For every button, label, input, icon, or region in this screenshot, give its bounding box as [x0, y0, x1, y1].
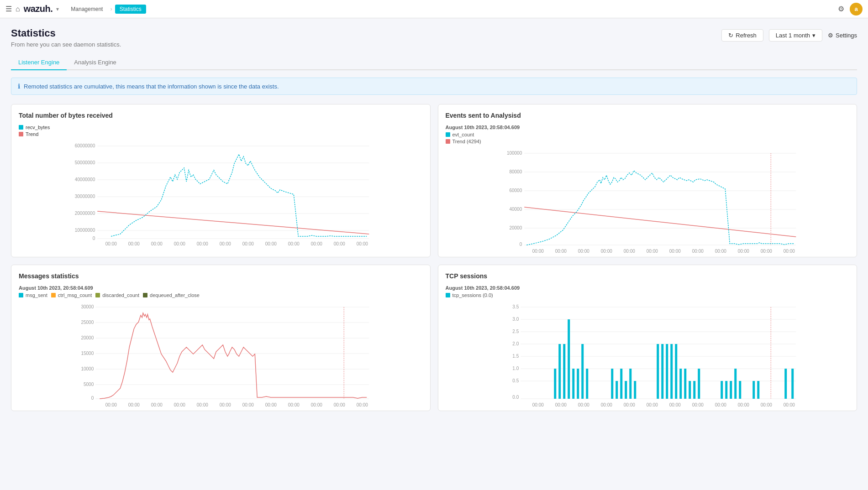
svg-text:00:00: 00:00 [220, 241, 231, 246]
chart-events-title: Events sent to Analysisd [446, 112, 850, 119]
svg-text:00:00: 00:00 [334, 241, 345, 246]
topbar-right: ⚙ a [838, 3, 863, 16]
svg-rect-107 [620, 369, 622, 399]
svg-text:00:00: 00:00 [265, 402, 277, 407]
svg-rect-102 [577, 369, 579, 399]
svg-rect-97 [554, 369, 556, 399]
svg-text:00:00: 00:00 [532, 249, 543, 254]
svg-rect-119 [693, 381, 695, 399]
legend-evt-count: evt_count [446, 132, 850, 137]
svg-text:00:00: 00:00 [623, 402, 635, 407]
svg-rect-112 [661, 344, 663, 399]
svg-text:40000: 40000 [509, 207, 522, 212]
user-avatar[interactable]: a [850, 3, 863, 16]
legend-trend-events: Trend (4294) [446, 139, 850, 144]
tabs: Listener Engine Analysis Engine [11, 55, 857, 70]
svg-text:00:00: 00:00 [578, 249, 589, 254]
legend-recv-bytes: recv_bytes [19, 125, 423, 130]
svg-rect-127 [757, 381, 759, 399]
svg-rect-129 [791, 369, 794, 399]
settings-gear-icon: ⚙ [828, 32, 833, 39]
chart-tcp-sessions: TCP sessions August 10th 2023, 20:58:04.… [438, 265, 857, 411]
svg-text:15000: 15000 [81, 351, 94, 356]
svg-text:00:00: 00:00 [646, 249, 658, 254]
chevron-down-icon: ▾ [812, 32, 815, 39]
breadcrumb: Management › Statistics [66, 5, 146, 14]
svg-text:00:00: 00:00 [128, 241, 140, 246]
legend-dequeued: dequeued_after_close [143, 292, 200, 298]
tab-analysis-engine[interactable]: Analysis Engine [67, 55, 124, 70]
svg-text:00:00: 00:00 [715, 249, 726, 254]
home-icon[interactable]: ⌂ [16, 5, 20, 13]
svg-rect-109 [629, 369, 631, 399]
svg-text:00:00: 00:00 [646, 402, 658, 407]
svg-rect-101 [572, 369, 574, 399]
svg-text:0: 0 [91, 396, 94, 401]
svg-rect-105 [611, 369, 613, 399]
breadcrumb-management[interactable]: Management [66, 5, 107, 14]
page-subtitle: From here you can see daemon statistics. [11, 41, 121, 48]
svg-rect-116 [679, 369, 682, 399]
svg-text:00:00: 00:00 [197, 402, 208, 407]
legend-red-dot [19, 132, 23, 136]
svg-text:0.0: 0.0 [512, 395, 519, 400]
menu-icon[interactable]: ☰ [5, 5, 12, 13]
svg-text:25000: 25000 [81, 320, 94, 325]
info-banner: ℹ Remoted statistics are cumulative, thi… [11, 78, 857, 95]
svg-text:0: 0 [93, 236, 95, 241]
charts-grid: Total number of bytes received recv_byte… [11, 104, 857, 411]
svg-text:2.0: 2.0 [512, 341, 519, 346]
refresh-icon: ↻ [728, 32, 733, 39]
svg-text:60000000: 60000000 [75, 143, 95, 148]
chart-bytes-received: Total number of bytes received recv_byte… [11, 104, 431, 257]
svg-text:00:00: 00:00 [288, 241, 300, 246]
svg-rect-108 [625, 381, 627, 399]
chart-bytes-svg: 60000000 50000000 40000000 30000000 2000… [19, 141, 423, 241]
svg-text:100000: 100000 [506, 151, 522, 156]
chart-messages-stats: Messages statistics August 10th 2023, 20… [11, 265, 431, 411]
svg-rect-111 [657, 344, 659, 399]
svg-text:00:00: 00:00 [242, 241, 254, 246]
svg-text:50000000: 50000000 [75, 160, 95, 165]
page-title: Statistics [11, 27, 121, 39]
svg-rect-115 [675, 344, 677, 399]
chart-events-legend: evt_count Trend (4294) [446, 132, 850, 144]
breadcrumb-statistics[interactable]: Statistics [115, 5, 146, 14]
svg-text:00:00: 00:00 [357, 241, 368, 246]
chart-bytes-title: Total number of bytes received [19, 112, 423, 119]
svg-rect-117 [684, 369, 686, 399]
svg-rect-120 [698, 369, 700, 399]
svg-text:1.5: 1.5 [512, 354, 519, 359]
chart-messages-svg: 30000 25000 20000 15000 10000 5000 0 00:… [19, 302, 423, 402]
refresh-button[interactable]: ↻ Refresh [721, 29, 763, 42]
logo-chevron-icon[interactable]: ▾ [56, 6, 59, 12]
svg-text:00:00: 00:00 [311, 241, 322, 246]
legend-teal-dot [19, 125, 23, 130]
info-icon: ℹ [18, 83, 20, 90]
svg-text:10000: 10000 [81, 366, 94, 371]
chart-tcp-svg: 3.5 3.0 2.5 2.0 1.5 1.0 0.5 0.0 [446, 302, 850, 402]
svg-text:20000000: 20000000 [75, 211, 95, 216]
legend-tcp-sessions: tcp_sessions (0.0) [446, 292, 850, 298]
svg-text:00:00: 00:00 [311, 402, 322, 407]
svg-text:0: 0 [519, 242, 522, 247]
svg-rect-98 [558, 344, 561, 399]
svg-text:00:00: 00:00 [737, 249, 749, 254]
timerange-button[interactable]: Last 1 month ▾ [769, 29, 822, 42]
svg-rect-103 [581, 344, 584, 399]
svg-rect-125 [739, 381, 741, 399]
page-header: Statistics From here you can see daemon … [11, 27, 857, 48]
svg-text:0.5: 0.5 [512, 378, 519, 383]
legend-trend: Trend [19, 131, 423, 137]
topbar-gear-icon[interactable]: ⚙ [838, 5, 844, 13]
tab-listener-engine[interactable]: Listener Engine [11, 55, 67, 70]
svg-rect-104 [586, 369, 588, 399]
svg-text:00:00: 00:00 [174, 241, 185, 246]
svg-text:30000000: 30000000 [75, 194, 95, 199]
svg-text:00:00: 00:00 [669, 249, 680, 254]
chart-events-svg: 100000 80000 60000 40000 20000 0 00:00 [446, 148, 850, 248]
page-actions: ↻ Refresh Last 1 month ▾ ⚙ Settings [721, 29, 857, 42]
settings-button[interactable]: ⚙ Settings [828, 32, 857, 39]
svg-text:00:00: 00:00 [197, 241, 208, 246]
svg-text:00:00: 00:00 [220, 402, 231, 407]
